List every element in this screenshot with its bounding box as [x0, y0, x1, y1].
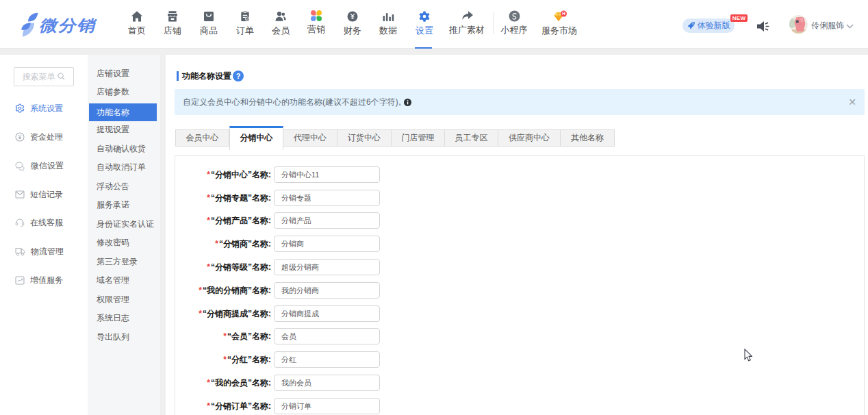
svg-text:H: H	[562, 11, 565, 16]
